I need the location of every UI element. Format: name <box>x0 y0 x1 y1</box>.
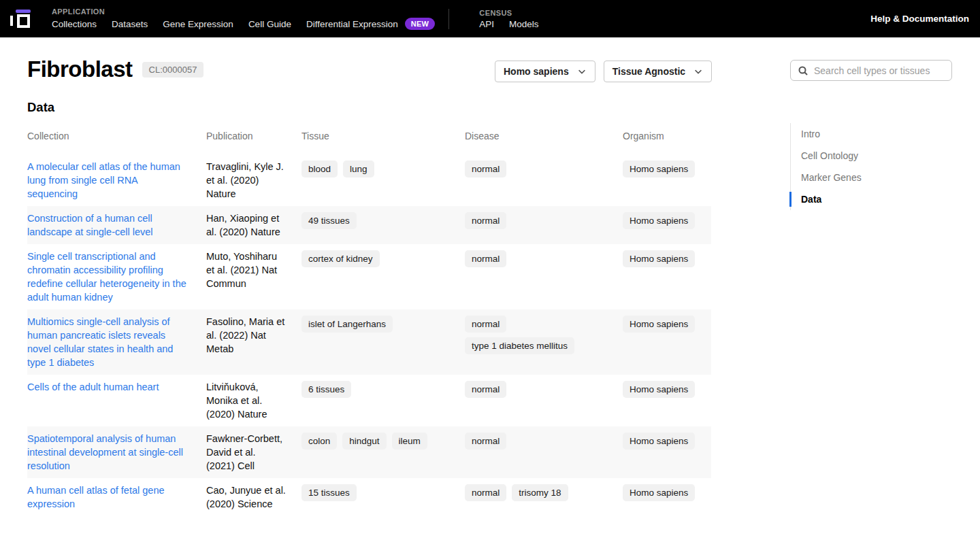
chip: 49 tissues <box>301 212 357 229</box>
column-header-organism: Organism <box>623 129 711 154</box>
publication-cell: Fawkner-Corbett, David et al. (2021) Cel… <box>206 432 301 473</box>
nav-link-differential-expression[interactable]: Differential Expression <box>306 19 398 29</box>
chip: Homo sapiens <box>623 250 695 267</box>
chevron-down-icon <box>577 67 587 76</box>
tissue-chips: bloodlung <box>301 160 449 177</box>
chip: 15 tissues <box>301 484 357 501</box>
column-header-publication: Publication <box>206 129 301 154</box>
species-dropdown-value: Homo sapiens <box>504 66 569 77</box>
toc-item-marker-genes[interactable]: Marker Genes <box>791 167 872 188</box>
organism-chips: Homo sapiens <box>623 250 696 267</box>
organism-chips: Homo sapiens <box>623 316 696 333</box>
chip: Homo sapiens <box>623 433 695 450</box>
tissue-chips: 6 tissues <box>301 381 449 398</box>
ontology-id-tag: CL:0000057 <box>142 62 204 78</box>
tissue-dropdown-value: Tissue Agnostic <box>612 66 685 77</box>
organism-chips: Homo sapiens <box>623 212 696 229</box>
tissue-chips: cortex of kidney <box>301 250 449 267</box>
logo-square <box>17 14 30 28</box>
publication-cell: Han, Xiaoping et al. (2020) Nature <box>206 211 301 239</box>
table-row: Construction of a human cell landscape a… <box>27 206 711 244</box>
collection-link[interactable]: A molecular cell atlas of the human lung… <box>27 161 180 199</box>
organism-chips: Homo sapiens <box>623 484 696 501</box>
collection-link[interactable]: Spatiotemporal analysis of human intesti… <box>27 433 183 471</box>
toc-item-cell-ontology[interactable]: Cell Ontology <box>791 145 872 167</box>
disease-chips: normal <box>465 250 604 267</box>
organism-chips: Homo sapiens <box>623 381 696 398</box>
collection-link[interactable]: Single cell transcriptional and chromati… <box>27 251 186 303</box>
header-controls: Homo sapiens Tissue Agnostic <box>495 61 712 82</box>
publication-cell: Litviňuková, Monika et al. (2020) Nature <box>206 380 301 421</box>
species-dropdown[interactable]: Homo sapiens <box>495 61 595 82</box>
chip: Homo sapiens <box>623 316 695 333</box>
chevron-down-icon <box>693 67 703 76</box>
collection-link[interactable]: A human cell atlas of fetal gene express… <box>27 485 165 509</box>
chip: lung <box>343 160 374 177</box>
chip: colon <box>301 433 337 450</box>
organism-chips: Homo sapiens <box>623 433 696 450</box>
chip: normal <box>465 433 506 450</box>
tissue-chips: islet of Langerhans <box>301 316 449 333</box>
chip: Homo sapiens <box>623 381 695 398</box>
publication-cell: Travaglini, Kyle J. et al. (2020) Nature <box>206 160 301 201</box>
page-title: Fibroblast <box>27 56 133 82</box>
table-row: Spatiotemporal analysis of human intesti… <box>27 426 711 478</box>
cellxgene-logo[interactable] <box>8 5 34 33</box>
nav-link-datasets[interactable]: Datasets <box>112 19 148 29</box>
search-box <box>790 60 952 81</box>
publication-cell: Muto, Yoshiharu et al. (2021) Nat Commun <box>206 250 301 304</box>
column-header-tissue: Tissue <box>301 129 465 154</box>
chip: normal <box>465 484 506 501</box>
disease-chips: normal <box>465 160 604 177</box>
chip: hindgut <box>342 433 386 450</box>
toc-item-data[interactable]: Data <box>791 188 872 210</box>
chip: normal <box>465 316 506 333</box>
chip: trisomy 18 <box>512 484 568 501</box>
table-header-row: CollectionPublicationTissueDiseaseOrgani… <box>27 129 711 154</box>
chip: Homo sapiens <box>623 484 695 501</box>
nav-link-cell-guide[interactable]: Cell Guide <box>248 19 291 29</box>
nav-link-api[interactable]: API <box>479 19 494 29</box>
search-icon <box>798 65 808 76</box>
search-input[interactable] <box>814 65 945 76</box>
chip: cortex of kidney <box>301 250 380 267</box>
nav-link-collections[interactable]: Collections <box>52 19 97 29</box>
top-nav: APPLICATION CollectionsDatasetsGene Expr… <box>0 0 980 37</box>
chip: normal <box>465 250 506 267</box>
disease-chips: normaltype 1 diabetes mellitus <box>465 316 604 354</box>
chip: Homo sapiens <box>623 212 695 229</box>
census-label: CENSUS <box>479 9 538 17</box>
application-nav-group: APPLICATION CollectionsDatasetsGene Expr… <box>52 7 435 30</box>
publication-cell: Cao, Junyue et al. (2020) Science <box>206 484 301 511</box>
help-documentation-link[interactable]: Help & Documentation <box>870 14 969 24</box>
table-row: A molecular cell atlas of the human lung… <box>27 154 711 206</box>
disease-chips: normal <box>465 212 604 229</box>
application-label: APPLICATION <box>52 7 435 16</box>
tissue-chips: 15 tissues <box>301 484 449 501</box>
chip: normal <box>465 160 506 177</box>
collection-link[interactable]: Construction of a human cell landscape a… <box>27 213 153 237</box>
application-links: CollectionsDatasetsGene ExpressionCell G… <box>52 18 435 30</box>
data-section-title: Data <box>27 100 54 115</box>
collection-link[interactable]: Cells of the adult human heart <box>27 382 159 392</box>
tissue-dropdown[interactable]: Tissue Agnostic <box>604 61 712 82</box>
chip: normal <box>465 212 506 229</box>
collection-link[interactable]: Multiomics single-cell analysis of human… <box>27 316 173 368</box>
table-row: A human cell atlas of fetal gene express… <box>27 478 711 516</box>
chip: type 1 diabetes mellitus <box>465 337 574 354</box>
table-of-contents: IntroCell OntologyMarker GenesData <box>790 123 872 210</box>
chip: ileum <box>392 433 427 450</box>
census-nav-group: CENSUS APIModels <box>479 9 538 29</box>
logo-purple-bar <box>16 10 31 13</box>
tissue-chips: colonhindgutileum <box>301 433 449 450</box>
chip: blood <box>301 160 338 177</box>
nav-link-gene-expression[interactable]: Gene Expression <box>163 19 233 29</box>
toc-item-intro[interactable]: Intro <box>791 123 872 145</box>
disease-chips: normal <box>465 433 604 450</box>
data-table: CollectionPublicationTissueDiseaseOrgani… <box>27 129 711 516</box>
page-header: Fibroblast CL:0000057 <box>27 56 203 82</box>
chip: 6 tissues <box>301 381 351 398</box>
organism-chips: Homo sapiens <box>623 160 696 177</box>
nav-link-models[interactable]: Models <box>509 19 539 29</box>
census-links: APIModels <box>479 19 538 29</box>
